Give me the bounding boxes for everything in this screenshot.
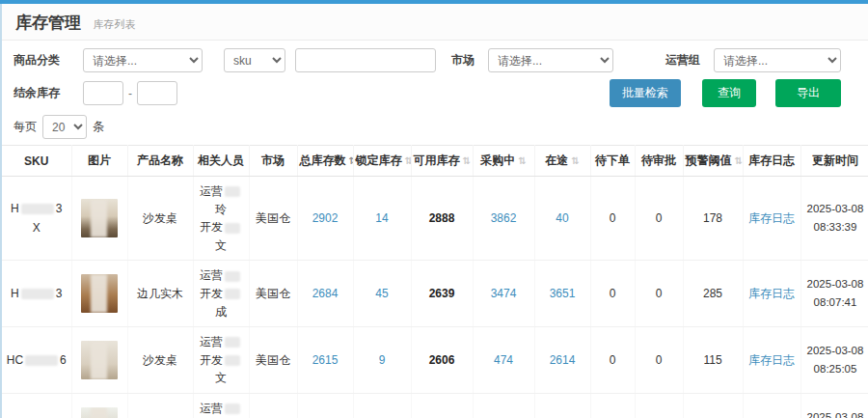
column-label: 库存日志	[748, 153, 795, 167]
table-row: H3X沙发桌运营玲开发文美国仓290214288838624000178库存日志…	[2, 177, 868, 261]
sort-icon[interactable]: ⇅	[463, 155, 471, 166]
batch-search-button[interactable]: 批量检索	[610, 79, 681, 107]
redacted-block	[21, 289, 54, 299]
in-transit-link[interactable]: 40	[556, 211, 568, 225]
sort-icon[interactable]: ⇅	[735, 155, 743, 166]
market-select[interactable]: 请选择...	[488, 48, 613, 72]
total-stock-cell: 2615	[297, 327, 353, 394]
in-transit-link[interactable]: 3651	[550, 287, 576, 300]
column-label: SKU	[24, 154, 48, 168]
pending-approval-cell: 0	[635, 177, 683, 261]
left-edge-strip	[0, 4, 2, 418]
personnel-role: 运营	[200, 184, 223, 198]
column-header-5[interactable]: 总库存数⇅	[297, 146, 353, 177]
product-name-cell: 沙发桌	[127, 327, 193, 394]
query-button[interactable]: 查询	[702, 79, 756, 107]
balance-min-input[interactable]	[83, 81, 123, 105]
product-photo	[81, 274, 118, 313]
total-stock-cell: 2684	[297, 261, 353, 327]
locked-stock-link[interactable]: 45	[375, 287, 388, 300]
locked-stock-link[interactable]: 14	[375, 211, 388, 225]
warning-threshold-value: 285	[703, 287, 722, 300]
updated-time-cell: 2025-03-08 08:33:39	[800, 177, 868, 261]
column-label: 图片	[88, 153, 111, 167]
table-row: H3边几实木运营开发成美国仓26844526393474365100285库存日…	[2, 261, 868, 327]
sku-text-line2: X	[33, 221, 41, 235]
column-header-7[interactable]: 可用库存⇅	[411, 146, 473, 177]
column-header-9[interactable]: 在途⇅	[534, 146, 590, 177]
pending-approval-value: 0	[656, 211, 663, 225]
filter-row-1: 商品分类 请选择... sku 市场 请选择... 运营组 请选择...	[14, 48, 854, 72]
category-select[interactable]: 请选择...	[83, 48, 203, 72]
keyword-input[interactable]	[295, 48, 436, 72]
column-label: 更新时间	[812, 153, 858, 167]
purchasing-link[interactable]: 3474	[491, 287, 517, 300]
product-photo	[81, 199, 118, 237]
pending-order-value: 0	[610, 353, 616, 367]
in-transit-cell: 3651	[534, 261, 590, 327]
column-label: 待下单	[595, 153, 630, 167]
table-row: H08沙发桌运营开发文美国仓22006921314501107300603库存日…	[2, 393, 868, 418]
market-cell: 美国仓	[249, 393, 297, 418]
photo-cell	[71, 393, 127, 418]
personnel-name: 玲	[215, 203, 227, 216]
pending-approval-cell: 0	[635, 261, 683, 327]
sort-icon[interactable]: ⇅	[571, 155, 579, 166]
per-page-select[interactable]: 20	[42, 115, 87, 139]
redacted-block	[225, 186, 240, 197]
stock-log-link[interactable]: 库存日志	[748, 353, 795, 367]
redacted-block	[225, 289, 240, 299]
total-stock-link[interactable]: 2902	[312, 211, 339, 225]
stock-log-link[interactable]: 库存日志	[748, 211, 795, 225]
product-name: 沙发桌	[143, 211, 177, 225]
locked-stock-link[interactable]: 9	[379, 353, 386, 367]
pending-order-value: 0	[610, 211, 616, 225]
locked-stock-cell: 45	[353, 261, 411, 327]
product-name-cell: 沙发桌	[127, 177, 193, 261]
in-transit-cell: 2614	[534, 327, 590, 394]
personnel-role: 运营	[200, 268, 223, 282]
column-header-8[interactable]: 采购中⇅	[473, 146, 534, 177]
column-label: 在途	[545, 153, 568, 167]
column-label: 待审批	[641, 153, 676, 167]
column-header-2: 产品名称	[127, 146, 193, 177]
in-transit-cell: 40	[534, 177, 590, 261]
sku-field-select[interactable]: sku	[224, 48, 285, 72]
column-header-12[interactable]: 预警阈值⇅	[683, 146, 743, 177]
table-row: HC6沙发桌运营开发文美国仓261592606474261400115库存日志2…	[2, 327, 868, 394]
stock-log-cell: 库存日志	[743, 327, 800, 394]
action-buttons: 批量检索 查询 导出	[610, 79, 854, 107]
redacted-block	[225, 223, 240, 234]
sort-icon[interactable]: ⇅	[518, 155, 526, 166]
opgroup-label: 运营组	[665, 52, 700, 69]
balance-max-input[interactable]	[137, 81, 177, 105]
breadcrumb: 库存列表	[93, 18, 135, 30]
personnel-cell: 运营开发文	[193, 327, 249, 394]
updated-time-value: 2025-03-08 08:33:39	[807, 203, 864, 233]
sort-icon[interactable]: ⇅	[405, 155, 412, 166]
opgroup-select[interactable]: 请选择...	[714, 48, 841, 72]
sku-text: 3	[56, 287, 63, 300]
personnel-cell: 运营开发成	[193, 261, 249, 327]
export-button[interactable]: 导出	[775, 79, 841, 107]
pending-order-value: 0	[610, 287, 616, 300]
column-header-6[interactable]: 锁定库存⇅	[353, 146, 411, 177]
market-label: 市场	[451, 52, 475, 69]
updated-time-value: 2025-03-08 08:33:15	[807, 411, 864, 418]
purchasing-cell: 4501	[473, 393, 534, 418]
in-transit-link[interactable]: 2614	[550, 353, 576, 367]
total-stock-link[interactable]: 2615	[312, 353, 339, 367]
pending-order-cell: 0	[590, 177, 635, 261]
product-name: 沙发桌	[143, 353, 177, 367]
updated-time-cell: 2025-03-08 08:33:15	[800, 393, 868, 418]
stock-log-link[interactable]: 库存日志	[748, 287, 795, 300]
sort-icon[interactable]: ⇅	[349, 155, 354, 166]
total-stock-link[interactable]: 2684	[312, 287, 339, 300]
sku-text: H	[11, 202, 19, 215]
category-label: 商品分类	[14, 52, 83, 69]
column-label: 相关人员	[198, 153, 244, 167]
purchasing-link[interactable]: 474	[494, 353, 513, 367]
available-stock-value: 2606	[429, 353, 455, 367]
purchasing-link[interactable]: 3862	[491, 211, 517, 225]
column-header-10: 待下单	[590, 146, 635, 177]
